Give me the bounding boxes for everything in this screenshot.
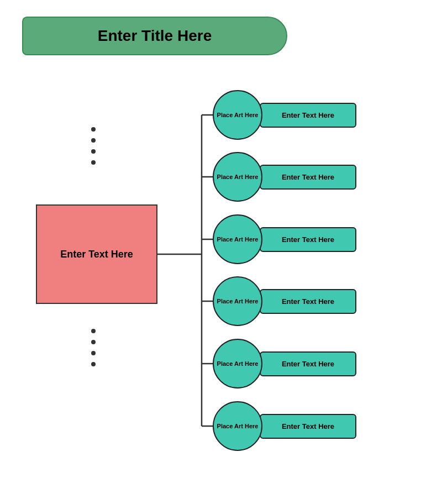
text-box-5[interactable]: Enter Text Here (260, 414, 356, 439)
dot-4 (91, 160, 96, 165)
circle-node-5[interactable]: Place Art Here (213, 401, 262, 451)
branch-item-4: Place Art HereEnter Text Here (213, 339, 356, 389)
circle-node-3[interactable]: Place Art Here (213, 276, 262, 326)
text-box-1[interactable]: Enter Text Here (260, 165, 356, 190)
dot-2 (91, 138, 96, 143)
title-container: Enter Title Here (22, 17, 287, 55)
branch-item-2: Place Art HereEnter Text Here (213, 214, 356, 264)
circle-node-4[interactable]: Place Art Here (213, 339, 262, 389)
branch-item-1: Place Art HereEnter Text Here (213, 152, 356, 202)
dots-above (91, 127, 96, 165)
dot-1 (91, 127, 96, 132)
dot-7 (91, 351, 96, 355)
dot-6 (91, 340, 96, 344)
dot-5 (91, 329, 96, 333)
page: Enter Title Here Enter Text Here Place A… (0, 0, 442, 504)
left-box[interactable]: Enter Text Here (36, 204, 157, 304)
branch-item-3: Place Art HereEnter Text Here (213, 276, 356, 326)
text-box-3[interactable]: Enter Text Here (260, 289, 356, 314)
circle-node-0[interactable]: Place Art Here (213, 90, 262, 140)
title-shape: Enter Title Here (22, 17, 287, 55)
title-text: Enter Title Here (98, 27, 212, 45)
circle-node-1[interactable]: Place Art Here (213, 152, 262, 202)
circle-node-2[interactable]: Place Art Here (213, 214, 262, 264)
text-box-4[interactable]: Enter Text Here (260, 351, 356, 376)
branch-item-5: Place Art HereEnter Text Here (213, 401, 356, 451)
dots-below (91, 329, 96, 366)
branch-item-0: Place Art HereEnter Text Here (213, 90, 356, 140)
left-box-text: Enter Text Here (60, 249, 133, 260)
text-box-0[interactable]: Enter Text Here (260, 103, 356, 128)
dot-3 (91, 149, 96, 154)
text-box-2[interactable]: Enter Text Here (260, 227, 356, 252)
dot-8 (91, 362, 96, 366)
